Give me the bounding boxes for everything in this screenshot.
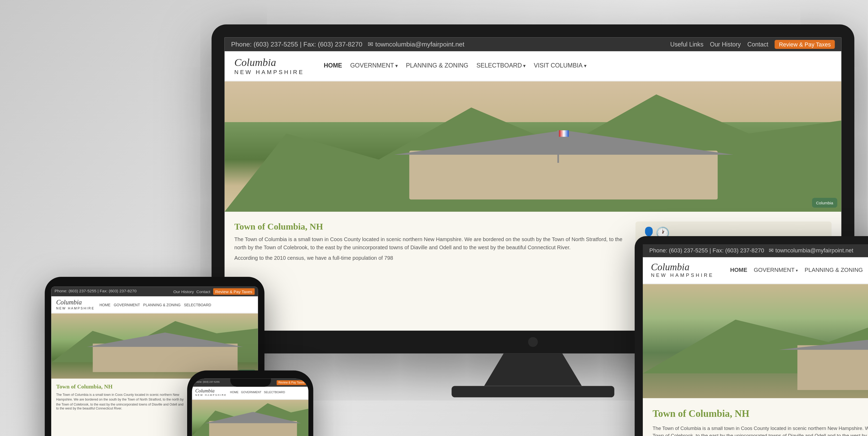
laptop-topbar: Phone: (603) 237-5255 | Fax: (603) 237-8… <box>643 244 868 257</box>
content-heading: Town of Columbia, NH <box>235 222 627 231</box>
content-main: Town of Columbia, NH The Town of Columbi… <box>235 222 627 330</box>
hero-flag <box>557 130 559 163</box>
phone-screen: Phone: (603) 237-5255 Review & Pay Taxes… <box>192 379 308 436</box>
tablet-content-main: Town of Columbia, NH The Town of Columbi… <box>56 384 184 436</box>
laptop-topbar-info: Phone: (603) 237-5255 | Fax: (603) 237-8… <box>649 248 853 254</box>
phone-review-pay[interactable]: Review & Pay Taxes <box>277 380 306 385</box>
phone-house <box>210 421 297 436</box>
tablet-nav: Columbia New Hampshire HOME GOVERNMENT P… <box>51 296 258 314</box>
content-body1: The Town of Columbia is a small town in … <box>235 235 627 251</box>
nav-home[interactable]: HOME <box>324 62 342 69</box>
site-topbar: Phone: (603) 237-5255 | Fax: (603) 237-8… <box>225 37 841 52</box>
phone-nav-home[interactable]: HOME <box>230 391 239 394</box>
phone-notch <box>230 379 271 387</box>
laptop-hero: ColumbiaNew HampshireTown Offices <box>643 284 868 398</box>
topbar-review-pay-taxes[interactable]: Review & Pay Taxes <box>775 40 835 49</box>
nav-government[interactable]: GOVERNMENT <box>350 62 398 69</box>
laptop-nav-planning[interactable]: PLANNING & ZONING <box>805 267 863 273</box>
laptop-nav-government[interactable]: GOVERNMENT <box>754 267 798 273</box>
tablet-nav-links: HOME GOVERNMENT PLANNING & ZONING SELECT… <box>99 302 211 307</box>
tablet-house <box>93 344 237 373</box>
nav-links: HOME GOVERNMENT PLANNING & ZONING SELECT… <box>324 62 832 69</box>
tablet-logo: Columbia New Hampshire <box>56 299 94 311</box>
laptop-content-main: Town of Columbia, NH The Town of Columbi… <box>652 408 868 436</box>
tablet-hero: Columbia <box>51 314 258 379</box>
monitor-stand <box>484 353 582 386</box>
phone-device: Phone: (603) 237-5255 Review & Pay Taxes… <box>187 371 313 436</box>
laptop-nav-links: HOME GOVERNMENT PLANNING & ZONING SELECT… <box>730 267 868 273</box>
laptop-device: Phone: (603) 237-5255 | Fax: (603) 237-8… <box>635 236 868 436</box>
nav-planning[interactable]: PLANNING & ZONING <box>406 62 468 69</box>
hero-sky <box>225 81 841 122</box>
laptop-nav-home[interactable]: HOME <box>730 267 747 273</box>
hero-image: Columbia <box>225 81 841 212</box>
tablet-nav-selectboard[interactable]: SELECTBOARD <box>184 302 211 307</box>
laptop-nav: Columbia New Hampshire HOME GOVERNMENT P… <box>643 257 868 284</box>
laptop-logo: Columbia New Hampshire <box>651 261 714 279</box>
columbia-sign-monitor: Columbia <box>812 198 837 207</box>
phone-logo: Columbia New Hampshire <box>195 388 227 397</box>
site-logo: Columbia New Hampshire <box>235 56 304 76</box>
nav-visit[interactable]: VISIT COLUMBIA <box>534 62 586 69</box>
laptop-heading: Town of Columbia, NH <box>652 408 868 420</box>
phone-nav-govt[interactable]: GOVERNMENT <box>241 391 261 394</box>
topbar-contact[interactable]: Contact <box>747 41 768 48</box>
main-nav: Columbia New Hampshire HOME GOVERNMENT P… <box>225 51 841 81</box>
tablet-nav-planning[interactable]: PLANNING & ZONING <box>143 302 181 307</box>
hero-building <box>410 150 718 199</box>
tablet-heading: Town of Columbia, NH <box>56 384 184 390</box>
laptop-screen: Phone: (603) 237-5255 | Fax: (603) 237-8… <box>643 244 868 436</box>
content-body2: According to the 2010 census, we have a … <box>235 255 627 262</box>
laptop-content: Town of Columbia, NH The Town of Columbi… <box>643 398 868 436</box>
laptop-body1: The Town of Columbia is a small town in … <box>652 425 868 436</box>
topbar-our-history[interactable]: Our History <box>710 41 741 48</box>
tablet-nav-home[interactable]: HOME <box>99 302 111 307</box>
tablet-contact: Contact <box>196 289 210 294</box>
phone-nav: Columbia New Hampshire HOME GOVERNMENT S… <box>192 387 308 400</box>
tablet-our-history: Our History <box>173 289 194 294</box>
topbar-contact-info: Phone: (603) 237-5255 | Fax: (603) 237-8… <box>231 41 464 48</box>
tablet-nav-govt[interactable]: GOVERNMENT <box>114 302 140 307</box>
tablet-review-pay[interactable]: Review & Pay Taxes <box>213 288 255 295</box>
monitor-base <box>452 386 615 397</box>
nav-selectboard[interactable]: SELECTBOARD <box>476 62 526 69</box>
phone-hero <box>192 400 308 436</box>
topbar-useful-links[interactable]: Useful Links <box>670 41 704 48</box>
phone-nav-links: HOME GOVERNMENT SELECTBOARD <box>230 391 285 394</box>
phone-nav-selectboard[interactable]: SELECTBOARD <box>264 391 285 394</box>
tablet-topbar: Phone: (603) 237-5255 | Fax: (603) 237-8… <box>51 287 258 296</box>
tablet-body: The Town of Columbia is a small town in … <box>56 393 184 411</box>
laptop-house <box>797 345 868 390</box>
